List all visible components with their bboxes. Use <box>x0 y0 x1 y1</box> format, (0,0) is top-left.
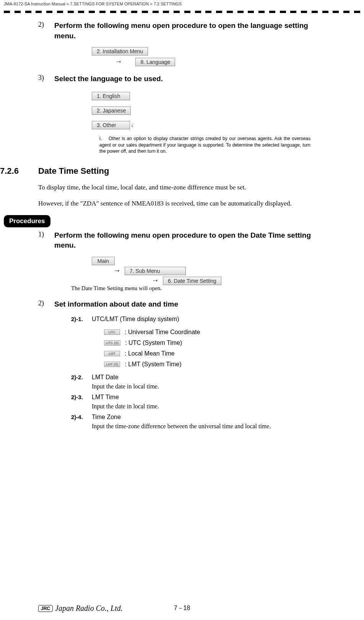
body-paragraph: To display time, the local time, local d… <box>38 183 326 192</box>
divider-dashes <box>0 8 364 21</box>
company-name: Japan Radio Co., Ltd. <box>55 604 123 613</box>
utc-s-button[interactable]: UTC (S) <box>104 340 120 346</box>
language-button[interactable]: 8. Language <box>135 58 175 66</box>
step-number: 2) <box>38 21 54 41</box>
option-label: : Local Mean Time <box>125 350 175 357</box>
substep-number: 2)-2. <box>71 374 92 381</box>
step-text: Perform the following menu open procedur… <box>54 21 326 41</box>
substep-text: UTC/LMT (Time display system) <box>92 316 179 323</box>
sub-menu-button[interactable]: 7. Sub Menu <box>125 267 186 275</box>
option-label: : Universal Time Coordinate <box>125 329 200 336</box>
step-text: Select the language to be used. <box>54 74 326 84</box>
option-label: : LMT (System Time) <box>125 361 181 368</box>
lmt-s-button[interactable]: LMT (S) <box>104 362 120 367</box>
procedure-step-1: 1) Perform the following menu open proce… <box>38 230 326 251</box>
menu-path-language: 2. Installation Menu → 8. Language <box>92 47 326 66</box>
utc-button[interactable]: UTC <box>104 330 120 335</box>
page-footer: JRC Japan Radio Co., Ltd. 7－18 <box>0 604 364 612</box>
installation-menu-button[interactable]: 2. Installation Menu <box>92 47 148 55</box>
section-heading: 7.2.6 Date Time Setting <box>0 166 326 176</box>
footnote: i.Other is an option to display characte… <box>99 135 310 155</box>
substep-2-3: 2)-3. LMT Time Input the date in local t… <box>71 394 326 410</box>
arrow-icon: → <box>113 266 121 274</box>
body-paragraph: However, if the "ZDA" sentence of NMEA01… <box>38 199 326 208</box>
time-display-options: UTC : Universal Time Coordinate UTC (S) … <box>104 329 326 368</box>
substep-text: Time Zone <box>92 414 121 421</box>
footnote-num: i. <box>99 135 109 142</box>
substep-2-2: 2)-2. LMT Date Input the date in local t… <box>71 374 326 390</box>
substep-description: Input the date in local time. <box>92 403 326 410</box>
procedure-step-2: 2) Set information about date and time <box>38 299 326 310</box>
arrow-icon: → <box>115 57 122 65</box>
substep-text: LMT Time <box>92 394 119 401</box>
page-number: 7－18 <box>174 604 190 612</box>
substep-2-1: 2)-1. UTC/LMT (Time display system) <box>71 316 326 323</box>
step-number: 3) <box>38 74 54 84</box>
jrc-logo: JRC <box>38 605 53 612</box>
section-title: Date Time Setting <box>38 166 109 176</box>
step-text: Perform the following menu open procedur… <box>54 230 326 251</box>
procedures-badge: Procedures <box>4 215 50 227</box>
footnote-text: Other is an option to display character … <box>99 136 310 154</box>
step-3: 3) Select the language to be used. <box>38 74 326 84</box>
substep-number: 2)-1. <box>71 316 92 323</box>
footnote-marker: i <box>132 123 133 128</box>
followup-text: The Date Time Setting menu will open. <box>71 285 326 292</box>
substep-number: 2)-3. <box>71 394 92 401</box>
menu-path-datetime: Main →7. Sub Menu →6. Date Time Setting <box>92 257 326 285</box>
option-label: : UTC (System Time) <box>125 339 182 346</box>
substep-2-4: 2)-4. Time Zone Input the time-zone diff… <box>71 414 326 430</box>
japanese-button[interactable]: 2. Japanese <box>92 106 131 115</box>
step-number: 1) <box>38 230 54 251</box>
footer-logo: JRC Japan Radio Co., Ltd. <box>38 604 123 613</box>
substep-description: Input the date in local time. <box>92 383 326 390</box>
language-options: 1. English 2. Japanese 3. Otheri <box>92 92 326 129</box>
main-button[interactable]: Main <box>92 257 115 265</box>
date-time-setting-button[interactable]: 6. Date Time Setting <box>163 277 221 285</box>
section-number: 7.2.6 <box>0 166 38 176</box>
step-text: Set information about date and time <box>54 299 326 310</box>
step-2: 2) Perform the following menu open proce… <box>38 21 326 41</box>
step-number: 2) <box>38 299 54 310</box>
substep-description: Input the time-zone difference between t… <box>92 423 326 430</box>
other-button[interactable]: 3. Other <box>92 121 130 129</box>
arrow-icon: → <box>151 276 159 284</box>
substep-text: LMT Date <box>92 374 119 381</box>
breadcrumb: JMA-9172-SA Instruction Manual > 7.SETTI… <box>0 0 364 8</box>
substep-number: 2)-4. <box>71 414 92 421</box>
lmt-button[interactable]: LMT <box>104 351 120 356</box>
english-button[interactable]: 1. English <box>92 92 130 100</box>
